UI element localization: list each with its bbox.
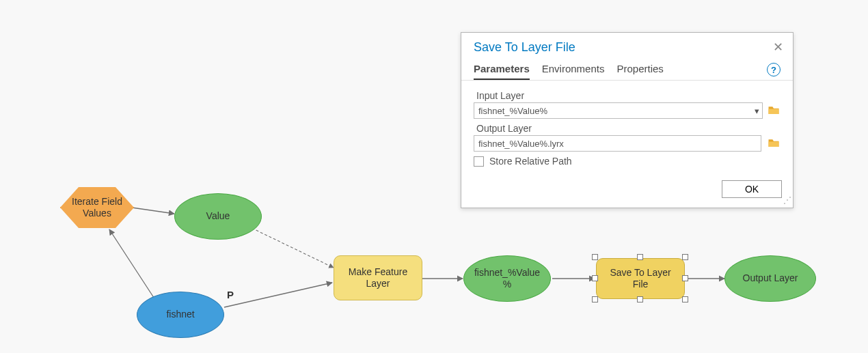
node-label: fishnet <box>166 309 194 321</box>
node-fishnet-value[interactable]: fishnet_%Value % <box>463 255 551 302</box>
ok-button[interactable]: OK <box>722 180 782 198</box>
dialog-tabs: Parameters Environments Properties ? <box>461 59 793 80</box>
node-label: Output Layer <box>743 272 798 285</box>
node-label: Value <box>206 210 230 223</box>
node-label: Iterate Field Values <box>72 196 122 220</box>
node-iterate-field-values[interactable]: Iterate Field Values <box>60 186 134 229</box>
node-output-layer[interactable]: Output Layer <box>724 255 816 302</box>
resize-grip-icon[interactable]: ⋰ <box>783 198 791 206</box>
dialog-save-to-layer-file: Save To Layer File ✕ Parameters Environm… <box>461 32 794 208</box>
selection-handle[interactable] <box>637 254 643 260</box>
node-label: fishnet_%Value % <box>474 267 540 291</box>
node-fishnet[interactable]: fishnet <box>137 292 224 338</box>
svg-line-2 <box>247 226 334 268</box>
store-relative-path-label: Store Relative Path <box>489 156 572 167</box>
selection-handle[interactable] <box>682 254 688 260</box>
browse-folder-icon[interactable] <box>767 137 781 150</box>
selection-handle[interactable] <box>592 275 598 281</box>
node-make-feature-layer[interactable]: Make Feature Layer <box>334 255 422 300</box>
store-relative-path-checkbox[interactable] <box>474 156 484 167</box>
svg-line-3 <box>224 283 332 307</box>
selection-handle[interactable] <box>682 296 688 302</box>
output-layer-field[interactable] <box>474 135 761 152</box>
dialog-title-text: Save To Layer File <box>474 40 575 55</box>
dialog-titlebar[interactable]: Save To Layer File ✕ <box>461 33 793 59</box>
selection-handle[interactable] <box>592 296 598 302</box>
tab-properties[interactable]: Properties <box>616 63 663 80</box>
node-save-to-layer-file[interactable]: Save To Layer File <box>596 258 685 299</box>
parameter-flag: P <box>227 289 234 300</box>
tab-parameters[interactable]: Parameters <box>474 63 530 80</box>
svg-line-1 <box>109 229 157 302</box>
node-label: Save To Layer File <box>610 267 670 291</box>
selection-handle[interactable] <box>637 296 643 302</box>
selection-handle[interactable] <box>682 275 688 281</box>
selection-handle[interactable] <box>592 254 598 260</box>
output-layer-label: Output Layer <box>476 123 781 134</box>
browse-folder-icon[interactable] <box>767 104 781 117</box>
input-layer-label: Input Layer <box>476 90 781 101</box>
help-icon[interactable]: ? <box>767 63 781 76</box>
model-builder-canvas[interactable]: Iterate Field Values Value fishnet P Mak… <box>0 0 868 353</box>
svg-line-0 <box>132 208 174 214</box>
tab-environments[interactable]: Environments <box>542 63 605 80</box>
node-label: Make Feature Layer <box>349 266 407 290</box>
dialog-form: Input Layer ▾ Output Layer Store Relativ… <box>461 81 793 169</box>
close-icon[interactable]: ✕ <box>773 40 783 55</box>
node-value[interactable]: Value <box>174 193 262 240</box>
input-layer-field[interactable] <box>474 102 763 119</box>
